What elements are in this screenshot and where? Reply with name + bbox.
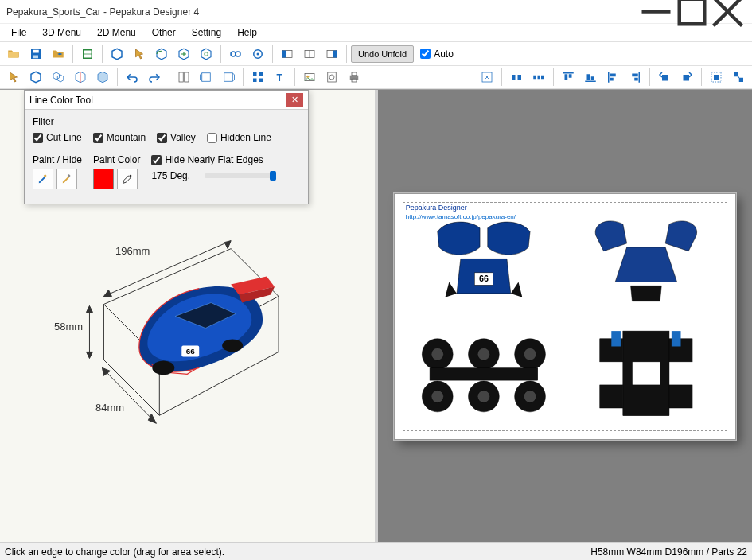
svg-rect-52 bbox=[632, 74, 638, 77]
unfold-icon[interactable] bbox=[77, 44, 98, 64]
svg-rect-26 bbox=[253, 79, 257, 83]
svg-point-99 bbox=[130, 175, 132, 177]
svg-rect-88 bbox=[430, 368, 538, 381]
align-left-icon[interactable] bbox=[602, 67, 623, 88]
eyedropper-button[interactable] bbox=[117, 169, 138, 189]
svg-rect-38 bbox=[518, 75, 522, 80]
2d-layout-viewport[interactable]: Pepakura Designer http://www.tamasoft.co… bbox=[378, 90, 753, 542]
align-top-icon[interactable] bbox=[558, 67, 579, 88]
cursor-tool-icon[interactable] bbox=[129, 44, 150, 64]
open-3d-icon[interactable] bbox=[48, 44, 68, 64]
svg-rect-44 bbox=[569, 74, 572, 78]
auto-checkbox[interactable]: Auto bbox=[415, 49, 458, 60]
menu-other[interactable]: Other bbox=[144, 25, 184, 40]
link-view-icon[interactable] bbox=[225, 44, 246, 64]
status-hint: Click an edge to change color (drag for … bbox=[5, 546, 590, 558]
flap-edit-icon[interactable] bbox=[218, 67, 239, 88]
multi-cube-icon[interactable] bbox=[48, 67, 68, 88]
pan-3d-icon[interactable] bbox=[173, 44, 194, 64]
image-icon[interactable] bbox=[299, 67, 320, 88]
svg-rect-55 bbox=[684, 75, 690, 81]
dialog-close-button[interactable]: ✕ bbox=[286, 93, 303, 107]
paint-color-swatch[interactable] bbox=[93, 169, 114, 189]
hide-flat-edges-checkbox[interactable]: Hide Nearly Flat Edges bbox=[151, 154, 276, 165]
align-right-icon[interactable] bbox=[625, 67, 645, 88]
svg-rect-92 bbox=[600, 385, 623, 408]
rotate-right-icon[interactable] bbox=[676, 67, 697, 88]
open-file-icon[interactable] bbox=[3, 44, 24, 64]
rotate-3d-icon[interactable] bbox=[151, 44, 172, 64]
layout-left-icon[interactable] bbox=[277, 44, 298, 64]
unfold-part-body[interactable]: 66 bbox=[403, 202, 565, 317]
menu-help[interactable]: Help bbox=[229, 25, 265, 40]
select-connected-icon[interactable] bbox=[728, 67, 749, 88]
svg-rect-49 bbox=[610, 74, 616, 77]
unfold-part-underside[interactable] bbox=[565, 317, 727, 431]
cut-line-checkbox[interactable]: Cut Line bbox=[33, 132, 82, 143]
svg-rect-39 bbox=[533, 76, 536, 80]
print-icon[interactable] bbox=[344, 67, 364, 88]
redo-icon[interactable] bbox=[144, 67, 165, 88]
cursor-icon[interactable] bbox=[3, 67, 24, 88]
menu-3d[interactable]: 3D Menu bbox=[34, 25, 89, 40]
distribute-icon[interactable] bbox=[528, 67, 549, 88]
dim-height: 58mm bbox=[54, 321, 83, 332]
dim-length: 196mm bbox=[115, 245, 150, 257]
menu-2d[interactable]: 2D Menu bbox=[89, 25, 144, 40]
cube-tool-icon[interactable] bbox=[107, 44, 127, 64]
arrange-icon[interactable] bbox=[506, 67, 527, 88]
face-tool-icon[interactable] bbox=[92, 67, 113, 88]
svg-rect-1 bbox=[680, 0, 705, 24]
page-unfold-icon[interactable] bbox=[173, 67, 194, 88]
rotate-left-icon[interactable] bbox=[654, 67, 675, 88]
separator bbox=[346, 45, 347, 63]
hide-tool-button[interactable] bbox=[56, 169, 77, 189]
separator bbox=[272, 45, 273, 63]
sync-icon[interactable] bbox=[247, 44, 268, 64]
svg-rect-35 bbox=[352, 79, 357, 82]
grid-icon[interactable] bbox=[247, 67, 268, 88]
svg-point-85 bbox=[477, 391, 490, 403]
flap-icon[interactable] bbox=[196, 67, 216, 88]
minimize-button[interactable] bbox=[638, 1, 674, 23]
select-all-icon[interactable] bbox=[706, 67, 727, 88]
svg-rect-41 bbox=[541, 76, 544, 80]
valley-checkbox[interactable]: Valley bbox=[157, 132, 196, 143]
angle-slider[interactable] bbox=[205, 173, 276, 178]
unfold-part-wheels[interactable] bbox=[403, 317, 565, 431]
svg-line-67 bbox=[102, 368, 156, 423]
svg-rect-53 bbox=[634, 78, 638, 81]
hidden-line-checkbox[interactable]: Hidden Line bbox=[207, 132, 271, 143]
zoom-3d-icon[interactable] bbox=[196, 44, 216, 64]
maximize-button[interactable] bbox=[674, 1, 710, 23]
menu-file[interactable]: File bbox=[3, 25, 34, 40]
svg-marker-66 bbox=[86, 352, 92, 358]
mountain-checkbox[interactable]: Mountain bbox=[93, 132, 146, 143]
svg-rect-34 bbox=[352, 72, 357, 76]
text-icon[interactable]: T bbox=[270, 67, 290, 88]
undo-icon[interactable] bbox=[122, 67, 142, 88]
separator bbox=[169, 68, 169, 86]
line-color-tool-dialog[interactable]: Line Color Tool ✕ Filter Cut Line Mounta… bbox=[24, 90, 309, 204]
align-bottom-icon[interactable] bbox=[580, 67, 601, 88]
filter-label: Filter bbox=[33, 116, 300, 127]
edge-tool-icon[interactable] bbox=[70, 67, 91, 88]
layout-split-icon[interactable] bbox=[299, 44, 320, 64]
unfold-part-side[interactable] bbox=[565, 202, 727, 317]
paint-tool-button[interactable] bbox=[33, 169, 53, 189]
menu-setting[interactable]: Setting bbox=[184, 25, 229, 40]
layout-right-icon[interactable] bbox=[321, 44, 342, 64]
dialog-titlebar[interactable]: Line Color Tool ✕ bbox=[25, 91, 308, 110]
save-icon[interactable] bbox=[25, 44, 46, 64]
cube-select-icon[interactable] bbox=[25, 67, 46, 88]
separator bbox=[220, 45, 221, 63]
svg-rect-47 bbox=[591, 76, 594, 80]
undo-unfold-button[interactable]: Undo Unfold bbox=[351, 45, 414, 63]
print-setup-icon[interactable] bbox=[321, 67, 342, 88]
close-button[interactable] bbox=[710, 1, 746, 23]
zoom-fit-icon[interactable] bbox=[477, 67, 497, 88]
toolbar-secondary: T bbox=[0, 65, 752, 89]
svg-marker-63 bbox=[224, 241, 231, 249]
svg-point-72 bbox=[152, 360, 174, 375]
paper-sheet[interactable]: Pepakura Designer http://www.tamasoft.co… bbox=[394, 193, 736, 440]
